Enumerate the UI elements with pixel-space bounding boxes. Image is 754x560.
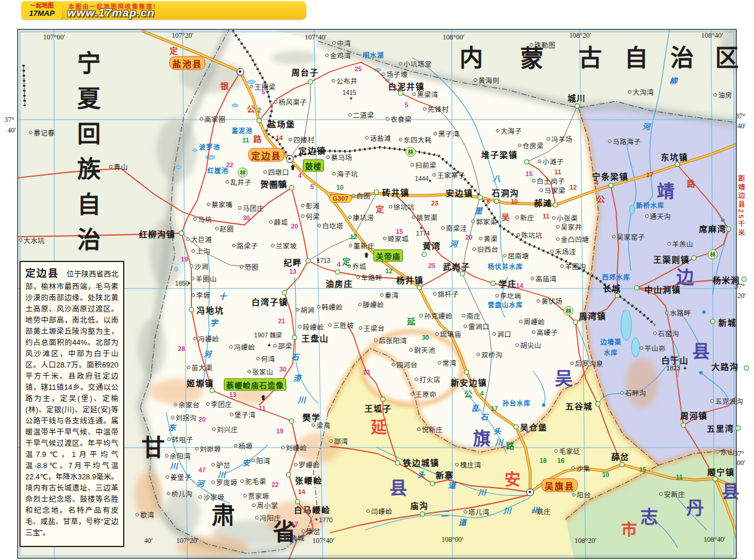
logo-chip: 一起地图 17MAP [21, 1, 62, 19]
info-body: 位于陕西省西北部，榆林市最西端，毛乌素沙漠的南部边缘。处陕北黄土高原、风沙高原过… [25, 270, 118, 537]
map-page: 本图由一起地图网收集整理! www.17map.cn 一起地图 17MAP 定边… [0, 0, 754, 560]
county-info-box: 定边县 位于陕西省西北部，榆林市最西端，毛乌素沙漠的南部边缘。处陕北黄土高原、风… [19, 261, 124, 547]
logo-brand: 17MAP [21, 9, 62, 18]
site-logo[interactable]: 本图由一起地图网收集整理! www.17map.cn 一起地图 17MAP [21, 1, 306, 19]
info-title: 定边县 [25, 268, 59, 279]
logo-url[interactable]: www.17map.cn [67, 6, 155, 19]
logo-bar: 本图由一起地图网收集整理! www.17map.cn [58, 1, 306, 19]
